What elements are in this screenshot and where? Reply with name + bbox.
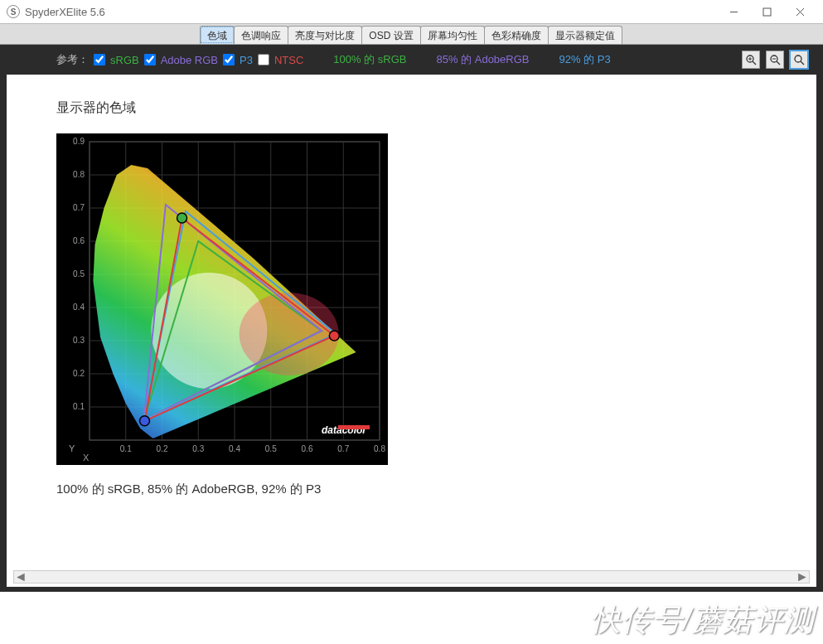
- svg-text:Y: Y: [69, 443, 75, 453]
- tab-亮度与对比度[interactable]: 亮度与对比度: [288, 26, 362, 44]
- svg-rect-1: [763, 8, 771, 16]
- svg-text:0.9: 0.9: [73, 137, 85, 146]
- chart-title: 显示器的色域: [56, 99, 767, 117]
- svg-text:0.4: 0.4: [73, 303, 85, 312]
- ntsc-label: NTSC: [274, 54, 303, 66]
- svg-text:0.3: 0.3: [73, 336, 85, 345]
- reference-label: 参考：: [56, 52, 89, 67]
- scroll-right-arrow[interactable]: ►: [796, 571, 809, 583]
- maximize-button[interactable]: [750, 0, 783, 23]
- svg-text:0.1: 0.1: [73, 402, 85, 411]
- content-area: 参考： sRGB Adobe RGB P3 NTSC 100% 的 sRGB 8…: [0, 45, 823, 592]
- tab-色调响应[interactable]: 色调响应: [234, 26, 288, 44]
- adobe-checkbox[interactable]: [144, 54, 156, 65]
- tab-屏幕均匀性[interactable]: 屏幕均匀性: [420, 26, 485, 44]
- zoom-out-button[interactable]: [766, 51, 784, 69]
- scroll-track[interactable]: [27, 571, 796, 583]
- svg-point-53: [177, 213, 187, 223]
- chart-panel: 显示器的色域 0.10.20.30.40.50.60.70.80.10.20.3…: [7, 75, 816, 587]
- svg-point-52: [329, 331, 339, 341]
- svg-point-11: [795, 56, 801, 62]
- close-button[interactable]: [783, 0, 816, 23]
- tab-色域[interactable]: 色域: [200, 26, 235, 44]
- svg-text:X: X: [83, 453, 90, 462]
- svg-text:0.2: 0.2: [157, 444, 168, 453]
- ntsc-checkbox[interactable]: [258, 54, 269, 65]
- tab-显示器额定值[interactable]: 显示器额定值: [548, 26, 622, 44]
- cie-chart: 0.10.20.30.40.50.60.70.80.10.20.30.40.50…: [56, 133, 388, 465]
- svg-rect-56: [338, 425, 370, 429]
- adobe-percent: 85% 的 AdobeRGB: [437, 52, 530, 67]
- watermark-text: 快传号/蘑菇评测: [591, 600, 815, 641]
- svg-text:0.2: 0.2: [73, 369, 85, 378]
- srgb-percent: 100% 的 sRGB: [333, 52, 406, 67]
- window-titlebar: S SpyderXElite 5.6: [0, 0, 823, 23]
- svg-text:0.1: 0.1: [120, 444, 132, 453]
- horizontal-scrollbar[interactable]: ◄ ►: [13, 570, 810, 583]
- svg-text:0.8: 0.8: [374, 444, 385, 453]
- svg-line-12: [801, 61, 804, 65]
- zoom-fit-button[interactable]: [790, 51, 808, 69]
- tab-bar: 色域色调响应亮度与对比度OSD 设置屏幕均匀性色彩精确度显示器额定值: [0, 23, 823, 45]
- svg-text:0.3: 0.3: [192, 444, 204, 453]
- app-icon: S: [7, 5, 20, 18]
- svg-text:0.7: 0.7: [73, 203, 85, 212]
- svg-text:0.7: 0.7: [337, 444, 349, 453]
- minimize-button[interactable]: [717, 0, 750, 23]
- svg-text:0.5: 0.5: [265, 444, 277, 453]
- svg-point-54: [140, 416, 150, 426]
- svg-text:0.6: 0.6: [302, 444, 313, 453]
- svg-line-5: [753, 61, 756, 65]
- tab-色彩精确度[interactable]: 色彩精确度: [484, 26, 549, 44]
- zoom-in-button[interactable]: [742, 51, 760, 69]
- srgb-checkbox[interactable]: [94, 54, 105, 65]
- tab-OSD 设置[interactable]: OSD 设置: [361, 26, 420, 44]
- svg-text:0.6: 0.6: [73, 236, 85, 245]
- svg-text:0.5: 0.5: [73, 269, 85, 278]
- p3-checkbox[interactable]: [223, 54, 235, 65]
- chart-summary: 100% 的 sRGB, 85% 的 AdobeRGB, 92% 的 P3: [56, 482, 767, 497]
- svg-line-9: [777, 61, 780, 65]
- svg-text:0.8: 0.8: [73, 170, 85, 179]
- srgb-label: sRGB: [110, 54, 139, 66]
- window-title: SpyderXElite 5.6: [25, 6, 105, 18]
- scroll-left-arrow[interactable]: ◄: [14, 571, 27, 583]
- svg-text:0.4: 0.4: [229, 444, 240, 453]
- options-toolbar: 参考： sRGB Adobe RGB P3 NTSC 100% 的 sRGB 8…: [7, 45, 816, 75]
- p3-percent: 92% 的 P3: [559, 52, 611, 67]
- adobe-label: Adobe RGB: [161, 54, 218, 66]
- p3-label: P3: [240, 54, 253, 66]
